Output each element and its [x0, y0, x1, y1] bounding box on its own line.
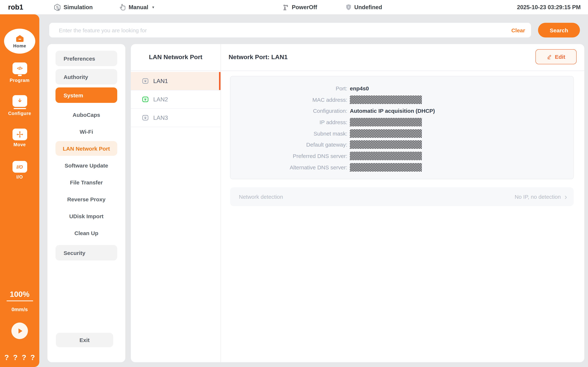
- detail-label: Port:: [230, 85, 347, 92]
- manual-hand-icon: [119, 3, 126, 11]
- sidebar-item-label: Home: [13, 43, 26, 48]
- sidebar-item-label: Configure: [8, 111, 31, 116]
- menu-item-software-update[interactable]: Software Update: [56, 157, 117, 174]
- io-icon: I/O: [12, 161, 27, 173]
- redacted-value: [350, 163, 422, 171]
- ethernet-port-icon-connected: [142, 96, 149, 102]
- redacted-value: [350, 95, 422, 104]
- simulation-icon: S: [53, 3, 61, 11]
- menu-item-aubocaps[interactable]: AuboCaps: [56, 106, 117, 123]
- sidebar-item-label: Program: [10, 78, 30, 83]
- robot-arm-icon: [282, 3, 290, 11]
- port-list-item-lan1[interactable]: LAN1: [131, 72, 220, 90]
- detail-row-subnet: Subnet mask:: [230, 128, 573, 139]
- sidebar-item-io[interactable]: I/O I/O: [0, 161, 39, 180]
- menu-item-file-transfer[interactable]: File Transfer: [56, 174, 117, 191]
- top-status-bar: rob1 S Simulation Manual ▼: [0, 0, 588, 14]
- app-root: rob1 S Simulation Manual ▼: [0, 0, 588, 367]
- mode-dropdown[interactable]: Manual ▼: [119, 0, 155, 14]
- settings-menu-panel: Preferences Authority System AuboCaps Wi…: [47, 44, 125, 362]
- chevron-right-icon: ›: [564, 193, 567, 200]
- safety-label: Undefined: [354, 4, 382, 10]
- program-code-icon: </>: [12, 62, 27, 74]
- port-list-item-lan3[interactable]: LAN3: [131, 109, 220, 127]
- primary-sidebar: Home </> Program Configure: [0, 14, 39, 367]
- detail-row-gateway: Default gateway:: [230, 139, 573, 150]
- speed-percent: 100%: [0, 290, 39, 299]
- redacted-value: [350, 118, 422, 126]
- menu-item-udisk-import[interactable]: UDisk Import: [56, 208, 117, 225]
- help-question-button[interactable]: ?: [22, 353, 26, 362]
- system-submenu: AuboCaps Wi-Fi LAN Network Port Software…: [56, 106, 117, 241]
- panel-title: Network Port: LAN1: [229, 44, 288, 71]
- detail-row-configuration: Configuration: Automatic IP acquisition …: [230, 105, 573, 117]
- ethernet-port-icon: [142, 115, 149, 121]
- robot-name: rob1: [8, 0, 23, 14]
- menu-item-reverse-proxy[interactable]: Reverse Proxy: [56, 191, 117, 208]
- speed-underline: [6, 300, 33, 301]
- detail-label: Preferred DNS server:: [230, 153, 347, 159]
- simulation-label: Simulation: [64, 4, 92, 10]
- menu-item-security[interactable]: Security: [56, 245, 117, 260]
- sidebar-item-configure[interactable]: Configure: [0, 95, 39, 116]
- detail-label: Default gateway:: [230, 142, 347, 148]
- sidebar-item-move[interactable]: Move: [0, 129, 39, 147]
- detail-row-dns2: Alternative DNS server:: [230, 162, 573, 173]
- port-list-item-lan2[interactable]: LAN2: [131, 90, 220, 109]
- edit-label: Edit: [555, 54, 565, 60]
- sidebar-item-program[interactable]: </> Program: [0, 62, 39, 83]
- sidebar-item-label: Move: [13, 142, 26, 147]
- detail-row-dns1: Preferred DNS server:: [230, 150, 573, 161]
- network-detection-status: No IP, no detection: [515, 194, 561, 200]
- help-buttons: ? ? ? ?: [0, 353, 39, 362]
- detail-label: Alternative DNS server:: [230, 164, 347, 170]
- configure-download-icon: [12, 95, 27, 107]
- detail-row-ip: IP address:: [230, 117, 573, 128]
- play-button[interactable]: [11, 323, 28, 339]
- menu-item-wifi[interactable]: Wi-Fi: [56, 123, 117, 140]
- column-divider: [220, 44, 221, 362]
- safety-status[interactable]: Undefined: [345, 0, 382, 14]
- search-button[interactable]: Search: [538, 23, 580, 37]
- menu-item-lan-network-port[interactable]: LAN Network Port: [56, 141, 117, 156]
- port-name: LAN3: [153, 114, 168, 121]
- port-list: LAN1 LAN2: [131, 72, 220, 127]
- detail-row-port: Port: enp4s0: [230, 83, 573, 94]
- power-status[interactable]: PowerOff: [282, 0, 317, 14]
- ethernet-port-icon: [142, 78, 149, 84]
- detail-label: Subnet mask:: [230, 130, 347, 136]
- power-label: PowerOff: [292, 4, 317, 10]
- menu-item-system[interactable]: System: [56, 87, 117, 103]
- search-input[interactable]: [49, 23, 531, 37]
- lan-network-port-panel: LAN Network Port LAN1: [131, 44, 584, 362]
- menu-item-preferences[interactable]: Preferences: [56, 51, 117, 66]
- port-name: LAN1: [153, 78, 168, 84]
- redacted-value: [350, 152, 422, 160]
- shield-bolt-icon: [345, 4, 352, 11]
- datetime: 2025-10-23 03:29:15 PM: [517, 0, 581, 14]
- detail-value: enp4s0: [350, 85, 369, 92]
- exit-button[interactable]: Exit: [56, 333, 113, 347]
- simulation-indicator[interactable]: S Simulation: [53, 0, 92, 14]
- edit-button[interactable]: Edit: [536, 49, 577, 64]
- clear-button[interactable]: Clear: [511, 23, 525, 37]
- detail-label: Configuration:: [230, 108, 347, 114]
- speed-control[interactable]: 100% 0mm/s: [0, 290, 39, 312]
- menu-item-clean-up[interactable]: Clean Up: [56, 225, 117, 241]
- menu-item-authority[interactable]: Authority: [56, 69, 117, 84]
- home-icon: [15, 34, 25, 43]
- detail-value: Automatic IP acquisition (DHCP): [350, 108, 435, 114]
- chevron-down-icon: ▼: [151, 5, 155, 9]
- help-question-button[interactable]: ?: [31, 353, 35, 362]
- port-detail-card: Port: enp4s0 MAC address: Configuration:…: [230, 76, 574, 179]
- network-detection-row[interactable]: Network detection No IP, no detection ›: [230, 187, 574, 206]
- sidebar-item-home[interactable]: Home: [4, 29, 35, 54]
- help-question-button[interactable]: ?: [13, 353, 17, 362]
- port-name: LAN2: [153, 96, 168, 103]
- move-arrows-icon: [12, 129, 27, 140]
- help-question-button[interactable]: ?: [4, 353, 9, 362]
- header-divider: [131, 71, 584, 71]
- detail-label: MAC address:: [230, 96, 347, 103]
- pencil-icon: [547, 54, 552, 59]
- port-list-title: LAN Network Port: [131, 44, 220, 71]
